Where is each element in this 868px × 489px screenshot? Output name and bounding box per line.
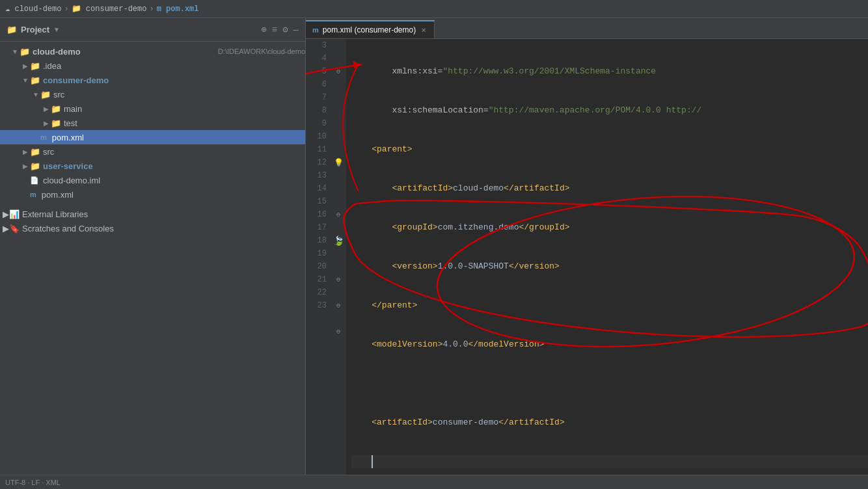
library-icon: 📊 [9, 209, 20, 219]
status-text: UTF-8 · LF · XML [5, 479, 61, 486]
settings-icon[interactable]: ≡ [272, 25, 277, 35]
pom-consumer-label: pom.xml [52, 133, 305, 142]
external-libraries-label: External Libraries [22, 209, 88, 219]
bulb-icon-line12[interactable]: 💡 [333, 156, 344, 169]
code-line-10: <modelVersion>4.0.0</modelVersion> [351, 338, 868, 351]
tab-icon-maven: m [312, 26, 319, 34]
maven-root-file-icon: m [30, 191, 36, 198]
maven-file-icon: m [40, 133, 47, 141]
code-line-13 [351, 455, 868, 468]
dropdown-arrow-icon[interactable]: ▼ [53, 26, 60, 33]
test-folder-icon: 📁 [51, 118, 61, 128]
code-line-8: <version>1.0.0-SNAPSHOT</version> [351, 260, 868, 273]
tree-item-main[interactable]: ▶ 📁 main [0, 101, 305, 116]
minimize-icon[interactable]: — [293, 25, 299, 35]
test-label: test [64, 118, 305, 128]
tab-pom-consumer[interactable]: m pom.xml (consumer-demo) ✕ [306, 20, 435, 38]
pom-root-label: pom.xml [42, 190, 305, 200]
idea-label: .idea [43, 61, 305, 71]
breadcrumb-item-consumer-demo[interactable]: 📁 consumer-demo [72, 4, 147, 14]
user-service-folder-icon: 📁 [30, 161, 40, 171]
code-line-3: xmlns:xsi="http://www.w3.org/2001/XMLSch… [351, 65, 868, 78]
idea-folder-icon: 📁 [30, 61, 40, 71]
main-folder-icon: 📁 [51, 104, 61, 114]
fold-icon-line23[interactable]: ⊖ [333, 325, 344, 338]
scratches-icon: 🔖 [9, 224, 20, 233]
project-tree: ▼ 📁 cloud-demo D:\IDEAWORK\cloud-demo ▶ … [0, 42, 305, 475]
status-bar: UTF-8 · LF · XML [0, 475, 868, 489]
tree-item-pom-root[interactable]: m pom.xml [0, 187, 305, 202]
tree-item-src-consumer[interactable]: ▼ 📁 src [0, 87, 305, 101]
code-line-4: xsi:schemaLocation="http://maven.apache.… [351, 104, 868, 117]
src-folder-icon: 📁 [40, 90, 51, 99]
spring-icon-line16[interactable]: 🍃 [333, 234, 344, 247]
tree-arrow-cloud-demo: ▼ [10, 48, 20, 55]
tree-item-scratches[interactable]: ▶ 🔖 Scratches and Consoles [0, 221, 305, 235]
fold-icon-line14[interactable]: ⊖ [333, 208, 344, 221]
tree-arrow-consumer-demo: ▼ [21, 77, 30, 84]
tree-arrow-src-root: ▶ [21, 148, 30, 155]
sidebar-title: Project [21, 25, 49, 34]
tree-item-external-libraries[interactable]: ▶ 📊 External Libraries [0, 207, 305, 221]
tree-arrow-idea: ▶ [21, 62, 30, 70]
code-line-9: </parent> [351, 299, 868, 312]
breadcrumb-item-pom[interactable]: m pom.xml [157, 5, 199, 14]
tree-item-consumer-demo[interactable]: ▼ 📁 consumer-demo [0, 73, 305, 87]
fold-icon-line21[interactable]: ⊖ [333, 299, 344, 312]
code-container: 3 4 5 6 7 8 9 10 11 12 13 14 15 16 17 18 [306, 39, 868, 475]
src-root-label: src [43, 147, 305, 157]
code-line-7: <groupId>com.itzheng.demo</groupId> [351, 221, 868, 234]
scratches-label: Scratches and Consoles [22, 224, 114, 233]
tab-bar: m pom.xml (consumer-demo) ✕ [306, 18, 868, 39]
src-root-folder-icon: 📁 [30, 147, 40, 157]
code-line-11 [351, 377, 868, 390]
tree-item-cloud-demo-iml[interactable]: 📄 cloud-demo.iml [0, 173, 305, 187]
code-editor[interactable]: xmlns:xsi="http://www.w3.org/2001/XMLSch… [346, 39, 868, 475]
tree-item-cloud-demo-root[interactable]: ▼ 📁 cloud-demo D:\IDEAWORK\cloud-demo [0, 44, 305, 59]
tab-close-button[interactable]: ✕ [420, 26, 427, 34]
fold-icon-line5[interactable]: ⊖ [333, 65, 344, 78]
consumer-demo-label: consumer-demo [43, 75, 305, 85]
breadcrumb: ☁ cloud-demo › 📁 consumer-demo › m pom.x… [5, 4, 198, 14]
tree-item-pom-consumer[interactable]: m pom.xml [0, 130, 305, 144]
tree-arrow-scratches: ▶ [3, 224, 9, 233]
breadcrumb-item-cloud-demo[interactable]: ☁ cloud-demo [5, 4, 61, 14]
code-line-12: <artifactId>consumer-demo</artifactId> [351, 416, 868, 429]
tree-arrow-test: ▶ [42, 120, 51, 127]
top-breadcrumb: ☁ cloud-demo › 📁 consumer-demo › m pom.x… [0, 0, 868, 18]
main-label: main [64, 104, 305, 114]
user-service-label: user-service [43, 161, 305, 171]
sidebar: 📁 Project ▼ ⊕ ≡ ⚙ — ▼ 📁 cloud-demo D:\ID… [0, 18, 306, 475]
code-line-5: <parent> [351, 143, 868, 156]
src-consumer-label: src [53, 90, 305, 99]
tree-item-src-root[interactable]: ▶ 📁 src [0, 144, 305, 159]
iml-file-icon: 📄 [30, 176, 39, 185]
folder-icon: 📁 [7, 25, 17, 34]
tree-arrow-ext-lib: ▶ [3, 209, 9, 219]
tree-item-idea[interactable]: ▶ 📁 .idea [0, 59, 305, 73]
consumer-demo-folder-icon: 📁 [30, 75, 40, 85]
sidebar-header: 📁 Project ▼ ⊕ ≡ ⚙ — [0, 18, 305, 42]
add-icon[interactable]: ⊕ [261, 24, 266, 35]
cloud-demo-label: cloud-demo [33, 47, 214, 57]
editor-area: m pom.xml (consumer-demo) ✕ 3 4 5 6 7 8 … [306, 18, 868, 475]
iml-label: cloud-demo.iml [43, 176, 305, 185]
line-numbers: 3 4 5 6 7 8 9 10 11 12 13 14 15 16 17 18 [306, 39, 332, 475]
tree-item-user-service[interactable]: ▶ 📁 user-service [0, 159, 305, 173]
tree-arrow-user-service: ▶ [21, 163, 30, 170]
gear-icon[interactable]: ⚙ [282, 24, 288, 35]
gutter: ⊖ 💡 ⊖ 🍃 ⊖ [332, 39, 346, 475]
cloud-demo-path: D:\IDEAWORK\cloud-demo [218, 47, 305, 55]
code-line-6: <artifactId>cloud-demo</artifactId> [351, 182, 868, 195]
tree-arrow-main: ▶ [42, 105, 51, 112]
tab-label: pom.xml (consumer-demo) [323, 25, 416, 34]
editor-content: 3 4 5 6 7 8 9 10 11 12 13 14 15 16 17 18 [306, 39, 868, 475]
tree-arrow-src-consumer: ▼ [31, 91, 40, 98]
fold-icon-line19[interactable]: ⊖ [333, 273, 344, 286]
cloud-demo-folder-icon: 📁 [20, 47, 30, 57]
tree-item-test[interactable]: ▶ 📁 test [0, 116, 305, 130]
